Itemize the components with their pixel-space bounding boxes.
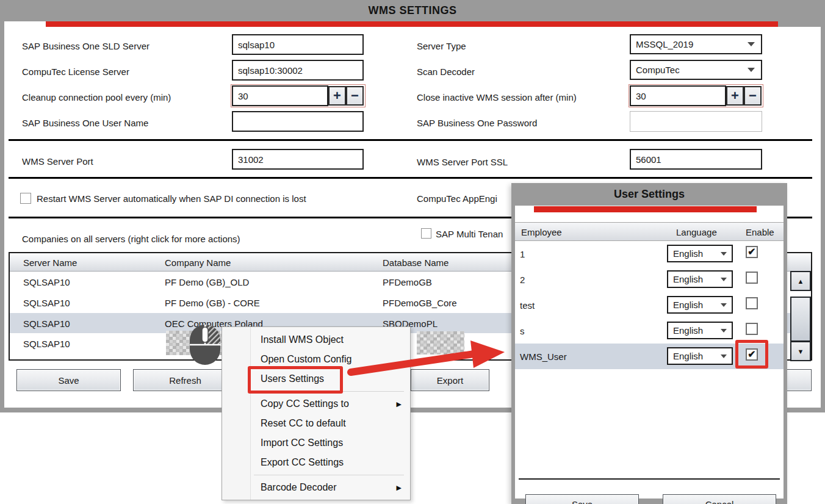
dialog-cancel-button[interactable]: Cancel <box>663 494 776 504</box>
companies-label: Companies on all servers (right click fo… <box>22 234 240 244</box>
menu-item-open-custom-config[interactable]: Open Custom Config <box>222 350 410 369</box>
language-dropdown[interactable]: English <box>667 270 733 288</box>
cleanup-pool-decrement-button[interactable]: − <box>346 86 364 106</box>
column-header-server: Server Name <box>23 257 77 267</box>
user-settings-titlebar: User Settings <box>511 183 787 206</box>
chevron-down-icon <box>748 42 755 46</box>
user-row[interactable]: s English <box>515 318 784 344</box>
language-dropdown[interactable]: English <box>667 322 733 339</box>
menu-separator <box>222 389 410 394</box>
redacted-company-name <box>166 331 225 355</box>
scrollbar-down-button[interactable]: ▼ <box>790 341 811 361</box>
wms-port-input[interactable] <box>232 149 364 170</box>
sld-server-label: SAP Business One SLD Server <box>22 41 150 51</box>
scan-decoder-dropdown[interactable]: CompuTec <box>630 60 762 80</box>
cell-database: PFDemoGB_Core <box>383 298 457 308</box>
restart-server-label: Restart WMS Server automatically when SA… <box>37 193 306 204</box>
export-button[interactable]: Export <box>411 369 489 391</box>
cell-server: SQLSAP10 <box>23 318 70 328</box>
save-button[interactable]: Save <box>16 369 121 391</box>
chevron-down-icon <box>721 329 727 333</box>
b1-password-input[interactable] <box>630 111 762 132</box>
employee-name: WMS_User <box>520 351 567 362</box>
scan-decoder-value: CompuTec <box>636 65 680 75</box>
scrollbar-thumb[interactable] <box>790 297 811 342</box>
language-value: English <box>673 325 703 336</box>
language-value: English <box>673 300 703 310</box>
wms-port-ssl-label: WMS Server Port SSL <box>417 157 508 167</box>
cell-server: SQLSAP10 <box>23 277 70 287</box>
check-icon: ✔ <box>748 247 755 257</box>
cleanup-pool-label: Cleanup connection pool every (min) <box>22 92 171 103</box>
menu-item-barcode-decoder[interactable]: Barcode Decoder ▶ <box>222 478 410 497</box>
language-dropdown[interactable]: English <box>667 296 733 314</box>
section-divider <box>9 139 812 141</box>
employee-name: 1 <box>520 249 525 259</box>
menu-item-import-cc[interactable]: Import CC Settings <box>222 433 410 453</box>
cell-server: SQLSAP10 <box>23 339 70 349</box>
user-row[interactable]: test English <box>515 292 784 318</box>
scrollbar-up-button[interactable]: ▲ <box>790 271 811 291</box>
language-value: English <box>673 248 703 259</box>
menu-item-export-cc[interactable]: Export CC Settings <box>222 453 410 472</box>
b1-username-input[interactable] <box>232 111 364 132</box>
multi-tenant-checkbox[interactable] <box>421 228 431 239</box>
sld-server-input[interactable] <box>232 34 364 55</box>
menu-item-reset-cc[interactable]: Reset CC to default <box>222 414 410 433</box>
language-dropdown[interactable]: English <box>667 347 733 365</box>
chevron-down-icon <box>721 252 727 256</box>
dialog-save-button[interactable]: Save <box>525 494 639 504</box>
language-dropdown[interactable]: English <box>667 245 733 262</box>
accent-bar <box>46 21 778 27</box>
wms-port-label: WMS Server Port <box>22 156 93 167</box>
menu-item-install-wms-object[interactable]: Install WMS Object <box>222 330 410 350</box>
close-session-input[interactable] <box>630 85 726 106</box>
close-session-label: Close inactive WMS session after (min) <box>417 92 577 103</box>
appengine-label: CompuTec AppEngi <box>417 193 497 204</box>
column-header-language: Language <box>676 226 717 237</box>
server-type-label: Server Type <box>417 41 466 51</box>
b1-password-label: SAP Business One Password <box>417 118 537 128</box>
chevron-down-icon <box>748 68 755 72</box>
dialog-accent-bar <box>534 206 757 212</box>
server-type-dropdown[interactable]: MSSQL_2019 <box>630 34 762 54</box>
chevron-down-icon <box>721 355 727 358</box>
employee-name: 2 <box>520 275 525 285</box>
multi-tenant-label: SAP Multi Tenan <box>436 229 503 239</box>
cleanup-pool-increment-button[interactable]: + <box>328 86 346 106</box>
scroll-up-icon: ▲ <box>798 278 804 285</box>
license-server-input[interactable] <box>232 60 364 81</box>
user-settings-body: Employee Language Enable 1 English ✔ 2 E… <box>515 206 784 499</box>
accent-bar-corner <box>778 21 821 27</box>
close-session-decrement-button[interactable]: − <box>744 86 762 106</box>
scroll-down-icon: ▼ <box>798 348 804 355</box>
chevron-down-icon <box>721 278 727 281</box>
main-title: WMS SETTINGS <box>369 4 457 17</box>
enable-checkbox-checked[interactable]: ✔ <box>746 348 758 361</box>
menu-item-users-settings[interactable]: Users Settings <box>222 369 410 389</box>
enable-checkbox[interactable] <box>746 323 758 335</box>
menu-item-copy-cc-settings[interactable]: Copy CC Settings to ▶ <box>222 394 410 414</box>
user-row[interactable]: 2 English <box>515 267 784 292</box>
user-row[interactable]: 1 English ✔ <box>515 241 784 267</box>
enable-checkbox[interactable] <box>746 272 758 284</box>
menu-item-label: Barcode Decoder <box>261 482 337 493</box>
column-header-employee: Employee <box>521 226 562 237</box>
submenu-arrow-icon: ▶ <box>397 400 402 408</box>
wms-port-ssl-input[interactable] <box>630 149 762 170</box>
cell-company: PF Demo (GB) - CORE <box>165 298 260 308</box>
enable-checkbox-checked[interactable]: ✔ <box>746 246 758 258</box>
menu-item-label: Copy CC Settings to <box>261 398 349 409</box>
column-header-company: Company Name <box>165 257 231 267</box>
cell-company: PF Demo (GB)_OLD <box>165 277 249 287</box>
restart-server-checkbox[interactable] <box>20 193 31 204</box>
close-session-increment-button[interactable]: + <box>726 86 744 106</box>
column-header-enable: Enable <box>746 226 774 237</box>
cleanup-pool-input[interactable] <box>232 85 328 106</box>
chevron-down-icon <box>721 303 727 307</box>
user-row-selected[interactable]: WMS_User English ✔ <box>515 344 784 369</box>
enable-checkbox[interactable] <box>746 297 758 309</box>
wms-settings-app: WMS SETTINGS SAP Business One SLD Server… <box>0 0 825 504</box>
check-icon: ✔ <box>748 350 755 359</box>
window-border-left <box>0 21 4 412</box>
